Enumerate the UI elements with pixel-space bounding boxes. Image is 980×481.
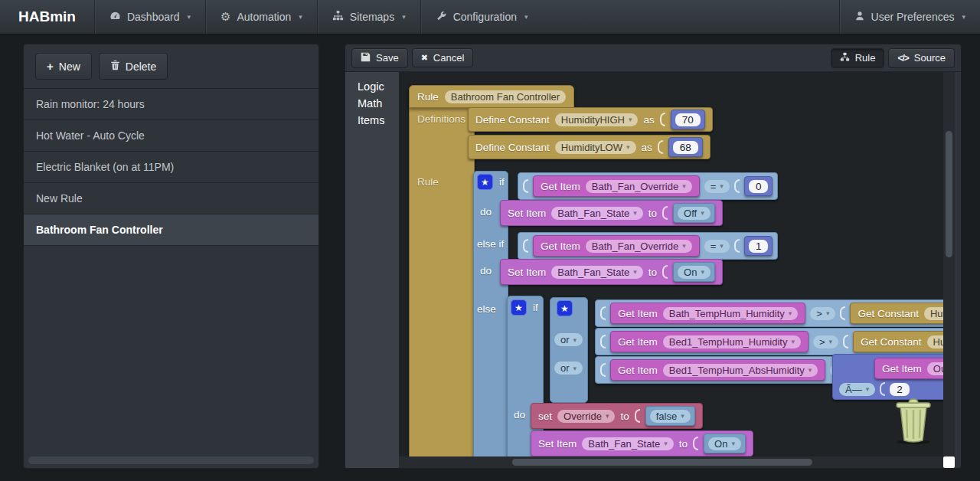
number-value[interactable]: 1 xyxy=(749,240,769,253)
nav-dashboard[interactable]: Dashboard ▾ xyxy=(94,0,205,34)
state-dropdown[interactable]: On xyxy=(708,437,741,450)
editor-toolbar: Save ✖ Cancel Rule </> Source xyxy=(345,44,961,72)
palette-category-math[interactable]: Math xyxy=(358,95,399,112)
nav-configuration[interactable]: Configuration ▾ xyxy=(420,0,543,34)
state-block[interactable]: Off xyxy=(673,203,715,223)
item-dropdown[interactable]: Bath_Fan_State xyxy=(551,207,643,220)
multiply-operator-dropdown[interactable]: Ã— xyxy=(839,383,875,396)
or-dropdown[interactable]: or xyxy=(554,362,583,375)
trashcan-icon[interactable] xyxy=(891,396,936,448)
mutator-star-icon[interactable]: ★ xyxy=(557,300,573,316)
socket-icon xyxy=(660,113,665,126)
nav-automation[interactable]: ⚙ Automation ▾ xyxy=(205,0,317,34)
horizontal-scrollbar-track[interactable] xyxy=(399,456,945,468)
value-block[interactable]: false xyxy=(645,406,695,426)
horizontal-scrollbar-thumb[interactable] xyxy=(512,459,812,466)
rule-block-header[interactable]: Rule Bathroom Fan Controller xyxy=(409,85,574,108)
nav-sitemaps[interactable]: Sitemaps ▾ xyxy=(317,0,420,34)
condition-block[interactable]: Get Item Bath_Fan_Override = 0 xyxy=(518,172,778,200)
constant-name-dropdown[interactable]: HumidityHIGH xyxy=(555,113,639,126)
condition-block[interactable]: Get Item Bed1_TempHum_Humidity > Get Con… xyxy=(595,328,945,355)
new-rule-button[interactable]: + New xyxy=(35,53,92,80)
palette-category-logic[interactable]: Logic xyxy=(358,78,399,95)
rule-list-item[interactable]: Electric Blanket (on at 11PM) xyxy=(24,152,318,183)
rule-list-item-selected[interactable]: Bathroom Fan Controller xyxy=(24,214,318,246)
condition-block[interactable]: Get Item Bath_TempHum_Humidity > Get Con… xyxy=(595,299,945,327)
vertical-scrollbar-thumb[interactable] xyxy=(946,131,952,257)
condition-block[interactable]: Get Item Bath_Fan_Override = 1 xyxy=(518,232,778,260)
navbar-spacer xyxy=(543,0,839,34)
get-constant-block[interactable]: Get Constant HumidityHIGH xyxy=(853,331,945,352)
rule-section-label: Rule xyxy=(417,176,439,188)
palette-category-items[interactable]: Items xyxy=(358,112,399,129)
number-value[interactable]: 2 xyxy=(890,383,910,396)
rule-list-item[interactable]: Rain monitor: 24 hours xyxy=(24,89,318,120)
rule-block-body[interactable] xyxy=(409,85,475,458)
to-label: to xyxy=(679,438,688,450)
state-block[interactable]: On xyxy=(673,262,715,282)
rule-label: Rule xyxy=(417,91,439,103)
item-dropdown[interactable]: Bath_Fan_State xyxy=(551,266,643,279)
state-dropdown[interactable]: Off xyxy=(678,207,710,220)
vertical-scrollbar-track[interactable] xyxy=(943,72,955,458)
app-logo[interactable]: HABmin xyxy=(0,0,94,34)
get-item-block[interactable]: Get Item Bed1_TempHum_AbsHumidity xyxy=(610,359,825,381)
delete-rule-button[interactable]: Delete xyxy=(99,53,168,80)
number-value[interactable]: 68 xyxy=(673,141,698,154)
set-item-block[interactable]: Set Item Bath_Fan_State to Off xyxy=(500,200,723,226)
constant-dropdown[interactable]: HumidityHIGH xyxy=(924,307,945,320)
constant-dropdown[interactable]: HumidityHIGH xyxy=(927,335,945,348)
number-block[interactable]: 70 xyxy=(671,110,705,129)
rule-list-item[interactable]: Hot Water - Auto Cycle xyxy=(24,120,318,152)
rule-name-field[interactable]: Bathroom Fan Controller xyxy=(445,90,566,103)
set-item-block[interactable]: Set Item Bath_Fan_State to On xyxy=(531,430,753,456)
number-block[interactable]: 68 xyxy=(668,137,703,157)
nav-label: Configuration xyxy=(453,11,517,23)
condition-block[interactable]: Get Item Bed1_TempHum_AbsHumidity > xyxy=(595,356,871,384)
operator-dropdown[interactable]: = xyxy=(704,180,730,193)
get-item-block[interactable]: Get Item Out xyxy=(874,358,945,379)
operator-dropdown[interactable]: > xyxy=(813,335,838,348)
rule-list-item[interactable]: New Rule xyxy=(24,183,318,214)
get-item-block[interactable]: Get Item Bath_Fan_Override xyxy=(533,235,700,257)
cancel-button[interactable]: ✖ Cancel xyxy=(412,48,474,67)
blockly-workspace[interactable]: Rule Bathroom Fan Controller Definitions… xyxy=(399,72,945,458)
item-dropdown[interactable]: Out xyxy=(927,362,945,375)
rule-view-button[interactable]: Rule xyxy=(831,48,885,68)
get-item-block[interactable]: Get Item Bed1_TempHum_Humidity xyxy=(610,331,808,352)
item-dropdown[interactable]: Bath_TempHum_Humidity xyxy=(663,307,799,320)
number-value[interactable]: 0 xyxy=(749,180,769,193)
item-dropdown[interactable]: Bed1_TempHum_AbsHumidity xyxy=(663,364,818,377)
mutator-star-icon[interactable]: ★ xyxy=(511,299,527,316)
define-constant-block[interactable]: Define Constant HumidityLOW as 68 xyxy=(468,135,710,159)
get-item-block[interactable]: Get Item Bath_TempHum_Humidity xyxy=(610,303,805,324)
item-dropdown[interactable]: Bed1_TempHum_Humidity xyxy=(663,335,801,348)
item-dropdown[interactable]: Bath_Fan_Override xyxy=(586,180,692,193)
user-preferences-menu[interactable]: User Preferences ▾ xyxy=(839,0,980,34)
number-value[interactable]: 70 xyxy=(675,113,701,126)
or-dropdown[interactable]: or xyxy=(554,333,583,346)
get-constant-block[interactable]: Get Constant HumidityHIGH xyxy=(850,303,945,324)
operator-dropdown[interactable]: = xyxy=(704,240,730,253)
number-block[interactable]: 1 xyxy=(744,236,773,256)
define-constant-label: Define Constant xyxy=(475,142,550,153)
state-dropdown[interactable]: On xyxy=(678,266,710,279)
boolean-dropdown[interactable]: false xyxy=(650,410,691,423)
state-block[interactable]: On xyxy=(704,434,746,453)
sidebar-scrollbar[interactable] xyxy=(28,456,314,464)
arithmetic-block[interactable]: Get Item Out Ã— 2 xyxy=(832,354,945,400)
plus-icon: + xyxy=(47,60,54,73)
item-dropdown[interactable]: Bath_Fan_Override xyxy=(586,240,692,253)
constant-name-dropdown[interactable]: HumidityLOW xyxy=(555,141,636,154)
set-variable-block[interactable]: set Override to false xyxy=(531,403,703,429)
save-button[interactable]: Save xyxy=(351,48,408,68)
mutator-star-icon[interactable]: ★ xyxy=(477,174,493,190)
variable-dropdown[interactable]: Override xyxy=(557,410,615,423)
define-constant-block[interactable]: Define Constant HumidityHIGH as 70 xyxy=(468,107,713,132)
operator-dropdown[interactable]: > xyxy=(810,307,835,320)
source-view-button[interactable]: </> Source xyxy=(888,48,955,68)
set-item-block[interactable]: Set Item Bath_Fan_State to On xyxy=(500,259,723,285)
number-block[interactable]: 0 xyxy=(744,176,773,196)
item-dropdown[interactable]: Bath_Fan_State xyxy=(582,437,674,450)
get-item-block[interactable]: Get Item Bath_Fan_Override xyxy=(533,175,700,197)
